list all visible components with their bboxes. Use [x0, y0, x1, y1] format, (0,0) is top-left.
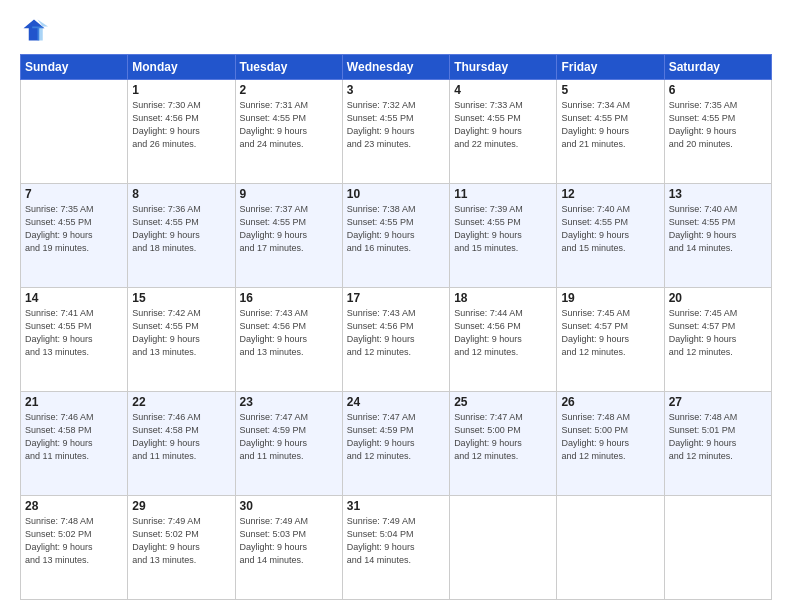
calendar-cell: 15Sunrise: 7:42 AM Sunset: 4:55 PM Dayli…	[128, 288, 235, 392]
day-info: Sunrise: 7:47 AM Sunset: 4:59 PM Dayligh…	[347, 411, 445, 463]
day-info: Sunrise: 7:46 AM Sunset: 4:58 PM Dayligh…	[25, 411, 123, 463]
calendar-cell: 11Sunrise: 7:39 AM Sunset: 4:55 PM Dayli…	[450, 184, 557, 288]
day-number: 27	[669, 395, 767, 409]
day-number: 15	[132, 291, 230, 305]
day-info: Sunrise: 7:33 AM Sunset: 4:55 PM Dayligh…	[454, 99, 552, 151]
day-number: 21	[25, 395, 123, 409]
day-info: Sunrise: 7:32 AM Sunset: 4:55 PM Dayligh…	[347, 99, 445, 151]
weekday-header-tuesday: Tuesday	[235, 55, 342, 80]
calendar-cell: 12Sunrise: 7:40 AM Sunset: 4:55 PM Dayli…	[557, 184, 664, 288]
calendar-cell: 30Sunrise: 7:49 AM Sunset: 5:03 PM Dayli…	[235, 496, 342, 600]
day-info: Sunrise: 7:45 AM Sunset: 4:57 PM Dayligh…	[561, 307, 659, 359]
calendar-cell: 27Sunrise: 7:48 AM Sunset: 5:01 PM Dayli…	[664, 392, 771, 496]
day-number: 28	[25, 499, 123, 513]
day-number: 1	[132, 83, 230, 97]
calendar-cell: 1Sunrise: 7:30 AM Sunset: 4:56 PM Daylig…	[128, 80, 235, 184]
day-info: Sunrise: 7:35 AM Sunset: 4:55 PM Dayligh…	[25, 203, 123, 255]
week-row-4: 21Sunrise: 7:46 AM Sunset: 4:58 PM Dayli…	[21, 392, 772, 496]
calendar-cell: 10Sunrise: 7:38 AM Sunset: 4:55 PM Dayli…	[342, 184, 449, 288]
day-info: Sunrise: 7:38 AM Sunset: 4:55 PM Dayligh…	[347, 203, 445, 255]
day-info: Sunrise: 7:43 AM Sunset: 4:56 PM Dayligh…	[347, 307, 445, 359]
day-number: 25	[454, 395, 552, 409]
calendar-cell: 3Sunrise: 7:32 AM Sunset: 4:55 PM Daylig…	[342, 80, 449, 184]
day-number: 3	[347, 83, 445, 97]
week-row-3: 14Sunrise: 7:41 AM Sunset: 4:55 PM Dayli…	[21, 288, 772, 392]
day-number: 24	[347, 395, 445, 409]
day-info: Sunrise: 7:36 AM Sunset: 4:55 PM Dayligh…	[132, 203, 230, 255]
day-info: Sunrise: 7:30 AM Sunset: 4:56 PM Dayligh…	[132, 99, 230, 151]
calendar-cell: 29Sunrise: 7:49 AM Sunset: 5:02 PM Dayli…	[128, 496, 235, 600]
day-info: Sunrise: 7:31 AM Sunset: 4:55 PM Dayligh…	[240, 99, 338, 151]
week-row-1: 1Sunrise: 7:30 AM Sunset: 4:56 PM Daylig…	[21, 80, 772, 184]
day-number: 14	[25, 291, 123, 305]
weekday-header-monday: Monday	[128, 55, 235, 80]
calendar-cell: 19Sunrise: 7:45 AM Sunset: 4:57 PM Dayli…	[557, 288, 664, 392]
calendar-cell: 17Sunrise: 7:43 AM Sunset: 4:56 PM Dayli…	[342, 288, 449, 392]
calendar-cell: 8Sunrise: 7:36 AM Sunset: 4:55 PM Daylig…	[128, 184, 235, 288]
page: SundayMondayTuesdayWednesdayThursdayFrid…	[0, 0, 792, 612]
calendar-cell: 16Sunrise: 7:43 AM Sunset: 4:56 PM Dayli…	[235, 288, 342, 392]
day-info: Sunrise: 7:48 AM Sunset: 5:02 PM Dayligh…	[25, 515, 123, 567]
day-info: Sunrise: 7:41 AM Sunset: 4:55 PM Dayligh…	[25, 307, 123, 359]
day-info: Sunrise: 7:40 AM Sunset: 4:55 PM Dayligh…	[561, 203, 659, 255]
calendar-cell: 7Sunrise: 7:35 AM Sunset: 4:55 PM Daylig…	[21, 184, 128, 288]
day-info: Sunrise: 7:40 AM Sunset: 4:55 PM Dayligh…	[669, 203, 767, 255]
day-number: 5	[561, 83, 659, 97]
day-number: 11	[454, 187, 552, 201]
calendar-cell: 28Sunrise: 7:48 AM Sunset: 5:02 PM Dayli…	[21, 496, 128, 600]
weekday-header-sunday: Sunday	[21, 55, 128, 80]
day-number: 8	[132, 187, 230, 201]
calendar-cell: 31Sunrise: 7:49 AM Sunset: 5:04 PM Dayli…	[342, 496, 449, 600]
calendar-cell: 13Sunrise: 7:40 AM Sunset: 4:55 PM Dayli…	[664, 184, 771, 288]
weekday-header-row: SundayMondayTuesdayWednesdayThursdayFrid…	[21, 55, 772, 80]
calendar-cell: 14Sunrise: 7:41 AM Sunset: 4:55 PM Dayli…	[21, 288, 128, 392]
day-number: 12	[561, 187, 659, 201]
day-number: 9	[240, 187, 338, 201]
calendar-cell: 2Sunrise: 7:31 AM Sunset: 4:55 PM Daylig…	[235, 80, 342, 184]
day-number: 13	[669, 187, 767, 201]
day-info: Sunrise: 7:37 AM Sunset: 4:55 PM Dayligh…	[240, 203, 338, 255]
day-info: Sunrise: 7:49 AM Sunset: 5:04 PM Dayligh…	[347, 515, 445, 567]
calendar-cell: 4Sunrise: 7:33 AM Sunset: 4:55 PM Daylig…	[450, 80, 557, 184]
weekday-header-wednesday: Wednesday	[342, 55, 449, 80]
calendar-cell: 25Sunrise: 7:47 AM Sunset: 5:00 PM Dayli…	[450, 392, 557, 496]
calendar-cell: 22Sunrise: 7:46 AM Sunset: 4:58 PM Dayli…	[128, 392, 235, 496]
day-info: Sunrise: 7:47 AM Sunset: 5:00 PM Dayligh…	[454, 411, 552, 463]
day-info: Sunrise: 7:39 AM Sunset: 4:55 PM Dayligh…	[454, 203, 552, 255]
day-info: Sunrise: 7:45 AM Sunset: 4:57 PM Dayligh…	[669, 307, 767, 359]
weekday-header-saturday: Saturday	[664, 55, 771, 80]
calendar-cell: 24Sunrise: 7:47 AM Sunset: 4:59 PM Dayli…	[342, 392, 449, 496]
calendar-cell	[450, 496, 557, 600]
day-number: 18	[454, 291, 552, 305]
day-number: 19	[561, 291, 659, 305]
header	[20, 16, 772, 44]
day-number: 20	[669, 291, 767, 305]
day-info: Sunrise: 7:48 AM Sunset: 5:00 PM Dayligh…	[561, 411, 659, 463]
weekday-header-thursday: Thursday	[450, 55, 557, 80]
day-number: 4	[454, 83, 552, 97]
day-number: 23	[240, 395, 338, 409]
day-info: Sunrise: 7:35 AM Sunset: 4:55 PM Dayligh…	[669, 99, 767, 151]
calendar-cell: 6Sunrise: 7:35 AM Sunset: 4:55 PM Daylig…	[664, 80, 771, 184]
calendar-cell: 26Sunrise: 7:48 AM Sunset: 5:00 PM Dayli…	[557, 392, 664, 496]
calendar-table: SundayMondayTuesdayWednesdayThursdayFrid…	[20, 54, 772, 600]
day-number: 22	[132, 395, 230, 409]
day-number: 30	[240, 499, 338, 513]
weekday-header-friday: Friday	[557, 55, 664, 80]
day-info: Sunrise: 7:48 AM Sunset: 5:01 PM Dayligh…	[669, 411, 767, 463]
calendar-cell	[557, 496, 664, 600]
logo-icon	[20, 16, 48, 44]
day-number: 31	[347, 499, 445, 513]
calendar-cell	[664, 496, 771, 600]
logo	[20, 16, 52, 44]
calendar-cell: 21Sunrise: 7:46 AM Sunset: 4:58 PM Dayli…	[21, 392, 128, 496]
day-info: Sunrise: 7:44 AM Sunset: 4:56 PM Dayligh…	[454, 307, 552, 359]
week-row-2: 7Sunrise: 7:35 AM Sunset: 4:55 PM Daylig…	[21, 184, 772, 288]
day-number: 29	[132, 499, 230, 513]
day-number: 16	[240, 291, 338, 305]
day-number: 2	[240, 83, 338, 97]
calendar-cell: 23Sunrise: 7:47 AM Sunset: 4:59 PM Dayli…	[235, 392, 342, 496]
calendar-cell	[21, 80, 128, 184]
week-row-5: 28Sunrise: 7:48 AM Sunset: 5:02 PM Dayli…	[21, 496, 772, 600]
day-number: 6	[669, 83, 767, 97]
